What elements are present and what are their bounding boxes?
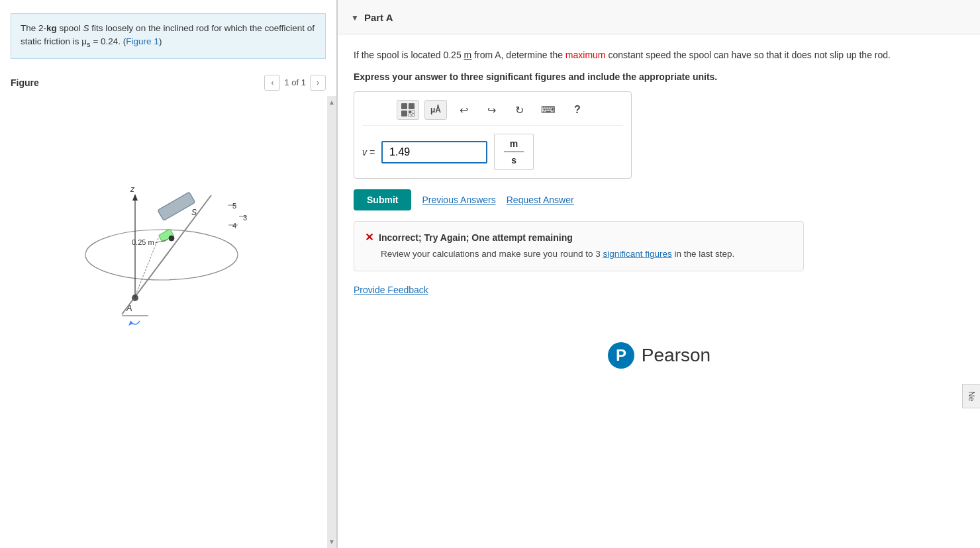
feedback-text1: Review your calculations and make sure y… — [381, 249, 603, 259]
figure-diagram: 0.25 m A z — [59, 103, 277, 334]
svg-rect-24 — [401, 111, 407, 116]
pearson-logo-svg: P — [607, 342, 635, 369]
unit-denominator: s — [511, 152, 516, 165]
mu-sub: s — [87, 40, 91, 48]
feedback-body: Review your calculations and make sure y… — [365, 248, 793, 261]
figure-header: Figure ‹ 1 of 1 › — [0, 69, 336, 96]
content-area: If the spool is located 0.25 m from A, d… — [338, 34, 980, 396]
redo-btn[interactable]: ↪ — [480, 100, 503, 120]
undo-btn[interactable]: ↩ — [452, 100, 475, 120]
svg-rect-28 — [412, 114, 415, 116]
svg-text:z: z — [130, 185, 135, 194]
svg-rect-27 — [409, 114, 411, 116]
keyboard-btn[interactable]: ⌨ — [536, 100, 561, 120]
left-panel: The 2-kg spool S fits loosely on the inc… — [0, 0, 338, 548]
request-answer-button[interactable]: Request Answer — [507, 195, 574, 205]
undo-icon: ↩ — [460, 104, 468, 116]
feedback-box: ✕ Incorrect; Try Again; One attempt rema… — [354, 221, 804, 271]
svg-rect-25 — [409, 111, 411, 113]
kg-bold: kg — [46, 23, 57, 33]
pearson-brand-text: Pearson — [642, 345, 710, 366]
svg-rect-2 — [158, 192, 195, 220]
figure-title: Figure — [11, 77, 39, 88]
unit-numerator: m — [504, 138, 524, 152]
figure-section: Figure ‹ 1 of 1 › — [0, 69, 336, 548]
figure-prev-btn[interactable]: ‹ — [264, 75, 280, 91]
redo-icon: ↪ — [487, 104, 496, 116]
s-italic: S — [83, 23, 89, 33]
refresh-icon: ↻ — [515, 104, 524, 116]
pearson-footer: P Pearson — [354, 322, 964, 383]
action-row: Submit Previous Answers Request Answer — [354, 189, 964, 210]
figure-canvas: 0.25 m A z — [0, 96, 336, 548]
previous-answers-button[interactable]: Previous Answers — [422, 195, 495, 205]
feedback-header: ✕ Incorrect; Try Again; One attempt rema… — [365, 231, 793, 244]
svg-text:5: 5 — [232, 202, 236, 210]
svg-rect-26 — [412, 111, 415, 113]
provide-feedback-button[interactable]: Provide Feedback — [354, 285, 428, 295]
mu-label: μÅ — [430, 105, 441, 114]
mu-icon-btn[interactable]: μÅ — [424, 100, 447, 120]
figure-scroll[interactable]: 0.25 m A z — [0, 96, 336, 548]
svg-text:3: 3 — [243, 214, 247, 222]
math-label: v = — [362, 147, 375, 158]
feedback-title: Incorrect; Try Again; One attempt remain… — [379, 232, 573, 243]
highlight-max: maximum — [565, 50, 606, 60]
feedback-text2: in the last step. — [672, 249, 735, 259]
grid-icon-btn[interactable] — [397, 100, 419, 120]
svg-marker-11 — [132, 194, 138, 201]
svg-text:S: S — [191, 208, 197, 217]
math-value-input[interactable] — [381, 141, 487, 163]
unit-m: m — [464, 50, 472, 60]
right-panel[interactable]: ▼ Part A If the spool is located 0.25 m … — [338, 0, 980, 548]
incorrect-icon: ✕ — [365, 231, 373, 244]
math-toolbar: μÅ ↩ ↪ ↻ ⌨ ? — [362, 100, 623, 126]
svg-text:P: P — [616, 346, 626, 364]
figure-svg-area: 0.25 m A z — [0, 96, 336, 341]
figure-nav: ‹ 1 of 1 › — [264, 75, 326, 91]
help-btn[interactable]: ? — [566, 100, 589, 120]
keyboard-icon: ⌨ — [541, 104, 556, 116]
svg-marker-13 — [128, 321, 133, 326]
figure-link[interactable]: Figure 1 — [126, 36, 159, 46]
svg-text:A: A — [126, 303, 132, 313]
math-input-container: μÅ ↩ ↪ ↻ ⌨ ? — [354, 91, 632, 179]
scroll-indicator: ▲ ▼ — [327, 96, 336, 548]
grid-icon — [401, 103, 415, 117]
svg-line-21 — [134, 238, 158, 298]
svg-point-4 — [169, 236, 174, 241]
part-title: Part A — [364, 12, 393, 23]
scroll-down-arrow: ▼ — [328, 538, 335, 545]
collapse-arrow[interactable]: ▼ — [351, 13, 359, 23]
part-header: ▼ Part A — [338, 0, 980, 34]
svg-text:4: 4 — [232, 222, 236, 230]
math-input-row: v = m s — [362, 134, 623, 170]
scroll-up-arrow: ▲ — [328, 99, 335, 106]
instruction-text: Express your answer to three significant… — [354, 71, 964, 82]
figure-count: 1 of 1 — [284, 77, 306, 87]
problem-statement: The 2-kg spool S fits loosely on the inc… — [11, 13, 326, 59]
mu-label: μs — [81, 36, 90, 46]
problem-text: The 2-kg spool S fits loosely on the inc… — [21, 23, 315, 46]
significant-figures-link[interactable]: significant figures — [603, 249, 671, 259]
svg-rect-23 — [409, 103, 415, 109]
next-button-edge[interactable]: Ne — [962, 384, 980, 408]
figure-next-btn[interactable]: › — [310, 75, 326, 91]
fraction-unit: m s — [494, 134, 534, 170]
submit-button[interactable]: Submit — [354, 189, 411, 210]
help-icon: ? — [574, 104, 581, 116]
question-text: If the spool is located 0.25 m from A, d… — [354, 48, 964, 62]
svg-rect-22 — [401, 103, 407, 109]
refresh-btn[interactable]: ↻ — [508, 100, 530, 120]
